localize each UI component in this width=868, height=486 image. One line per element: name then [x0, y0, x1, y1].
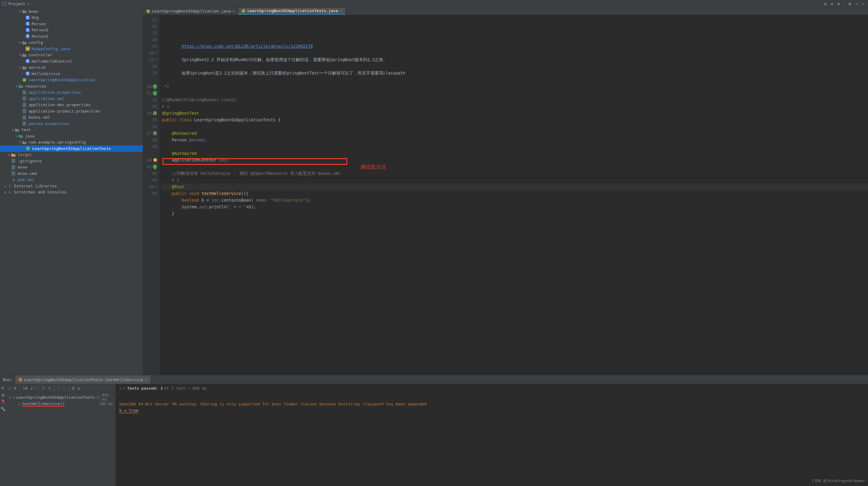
expand-icon[interactable]: ⤢	[42, 386, 45, 390]
code-line[interactable]: SpringBoot2.2 开始没有@RunWith注解。如果想用这个注解的话，…	[162, 56, 868, 63]
fold-icon[interactable]: ⊟	[155, 56, 157, 63]
tree-item[interactable]: HelloService	[0, 70, 143, 77]
code-editor[interactable]: 212223242526⊟27⊟282930313233343536373839…	[143, 15, 868, 375]
tree-item[interactable]: Person	[0, 21, 143, 27]
run-gutter-icon[interactable]	[152, 90, 158, 96]
close-icon[interactable]: ×	[232, 9, 235, 13]
collapse-icon[interactable]: ⤡	[48, 386, 52, 390]
expand-caret-icon[interactable]: ▾	[18, 65, 22, 70]
tree-item[interactable]: LearnSpringBoot02Application	[0, 77, 143, 83]
tests-tree[interactable]: ▾✔LearnSpringBoot02ApplicationTests (c84…	[6, 393, 115, 486]
chevron-down-icon[interactable]: ▾	[855, 2, 858, 6]
tree-item[interactable]: person.properties	[0, 121, 143, 127]
tree-item[interactable]: LearnSpringBoot02ApplicationTests	[0, 145, 143, 152]
code-line[interactable]	[162, 90, 868, 96]
tree-item[interactable]: ▾com.example.springconfig	[0, 139, 143, 146]
expand-caret-icon[interactable]: ▾	[11, 127, 14, 132]
expand-caret-icon[interactable]: ▾	[8, 395, 11, 400]
ignore-filter-icon[interactable]: ⊘	[14, 386, 17, 390]
tree-item[interactable]: beans.xml	[0, 115, 143, 121]
code-line[interactable]	[162, 123, 868, 130]
code-line[interactable]: boolean b = ioc.containsBean( name: "hel…	[162, 197, 868, 203]
bean-gutter-icon[interactable]	[153, 111, 157, 115]
editor-tab[interactable]: LearnSpringBoot02ApplicationTests.java×	[238, 8, 345, 14]
pin-icon[interactable]: 📍	[1, 400, 5, 404]
code-line[interactable]: @Test	[162, 184, 868, 190]
wrench-icon[interactable]: 🔧	[1, 407, 5, 411]
intention-bulb-icon[interactable]	[153, 158, 157, 162]
test-tree-item[interactable]: ✔testHelloService()845 ms	[6, 400, 115, 407]
expand-caret-icon[interactable]: ▾	[14, 134, 18, 138]
tree-item[interactable]: ▾controller	[0, 52, 143, 58]
tree-item[interactable]: application-product.properties	[0, 108, 143, 115]
code-line[interactable]	[162, 63, 868, 70]
run-gutter-icon[interactable]	[152, 164, 158, 170]
tree-item[interactable]: Person3	[0, 33, 143, 39]
tree-item[interactable]: ▸⫴External Libraries	[0, 183, 143, 189]
code-line[interactable]: System.out.println(" b = "+b);	[162, 203, 868, 210]
code-line[interactable]: https://blog.csdn.net/DLSZR/article/deta…	[162, 43, 868, 50]
gear-icon[interactable]: ⚙	[849, 2, 851, 6]
tree-item[interactable]: mpom.xml	[0, 177, 143, 183]
expand-all-icon[interactable]: ⇵	[831, 2, 833, 6]
tree-item[interactable]: .gitignore	[0, 158, 143, 164]
tree-item[interactable]: Person2	[0, 27, 143, 33]
expand-caret-icon[interactable]: ▾	[14, 84, 18, 89]
code-line[interactable]: 如果SpringBoot是2.2之后的版本，测试类上只需要@SpringBoot…	[162, 70, 868, 76]
bean-gutter-icon[interactable]	[153, 131, 157, 135]
hide-icon[interactable]: —	[862, 2, 864, 6]
close-icon[interactable]: ×	[340, 8, 342, 13]
code-line[interactable]: //判断有没有 helloService ， 测试 @ImportResourc…	[162, 170, 868, 177]
expand-caret-icon[interactable]: ▸	[4, 190, 7, 194]
tree-item[interactable]: ▸⊕Scratches and Consoles	[0, 189, 143, 196]
tree-item[interactable]: ▾bean	[0, 8, 143, 14]
editor-code[interactable]: 调试此方法 https://blog.csdn.net/DLSZR/articl…	[159, 15, 868, 375]
code-line[interactable]	[162, 50, 868, 56]
project-tool-button[interactable]: Project ▾	[0, 2, 32, 6]
tree-item[interactable]: ▸target	[0, 152, 143, 158]
next-icon[interactable]: ↓	[63, 386, 66, 390]
code-line[interactable]: @Autowired	[162, 130, 868, 136]
close-icon[interactable]: ×	[145, 378, 148, 382]
code-line[interactable]: ApplicationContext ioc;	[162, 157, 868, 163]
rerun-icon[interactable]: ▶	[2, 385, 4, 390]
collapse-all-icon[interactable]: ≡	[838, 2, 840, 6]
editor-tab[interactable]: LearnSpringBoot02Application.java×	[143, 8, 238, 14]
expand-caret-icon[interactable]: ▾	[18, 53, 22, 57]
code-line[interactable]	[162, 163, 868, 170]
prev-icon[interactable]: ↑	[58, 386, 60, 390]
tree-item[interactable]: mvnw	[0, 164, 143, 171]
history-icon[interactable]: ↻	[78, 386, 80, 390]
code-line[interactable]: @SpringBootTest	[162, 110, 868, 117]
target-icon[interactable]: ◎	[824, 2, 827, 6]
code-line[interactable]: ≛ z	[162, 177, 868, 184]
code-line[interactable]	[162, 76, 868, 83]
code-line[interactable]: @Autowired	[162, 150, 868, 157]
fold-icon[interactable]: ⊟	[155, 50, 157, 56]
export-icon[interactable]: ⎘	[72, 386, 74, 390]
expand-caret-icon[interactable]: ▾	[18, 9, 22, 14]
code-line[interactable]: public void testHelloService(){	[162, 190, 868, 197]
pass-filter-icon[interactable]: ✔	[8, 386, 11, 390]
tree-item[interactable]: application-dev.properties	[0, 102, 143, 108]
test-tree-item[interactable]: ▾✔LearnSpringBoot02ApplicationTests (c84…	[6, 394, 115, 400]
code-line[interactable]	[162, 143, 868, 150]
code-line[interactable]: Person person;	[162, 136, 868, 143]
console-output[interactable]: OpenJDK 64-Bit Server VM warning: Sharin…	[116, 393, 868, 486]
tree-item[interactable]: mvnw.cmd	[0, 170, 143, 177]
tree-item[interactable]: ▾test	[0, 127, 143, 133]
run-config-tab[interactable]: LearnSpringBoot02ApplicationTests.testHe…	[16, 375, 150, 384]
fold-icon[interactable]: ⊟	[155, 184, 157, 190]
tree-item[interactable]: ▾config	[0, 39, 143, 46]
expand-caret-icon[interactable]: ▾	[18, 140, 22, 144]
tree-item[interactable]: application.yml	[0, 96, 143, 102]
code-line[interactable]: }	[162, 210, 868, 217]
tree-item[interactable]: ▾service	[0, 64, 143, 71]
sort-icon[interactable]: ↓≡	[23, 386, 28, 390]
sort-alpha-icon[interactable]: ↓ᵃ	[30, 386, 35, 390]
tree-item[interactable]: application.properties	[0, 89, 143, 96]
expand-caret-icon[interactable]: ▸	[7, 152, 11, 157]
code-line[interactable]: */	[162, 83, 868, 90]
tree-item[interactable]: ▾java	[0, 133, 143, 139]
code-line[interactable]: //@RunWith(SpringRunner.class)	[162, 96, 868, 103]
